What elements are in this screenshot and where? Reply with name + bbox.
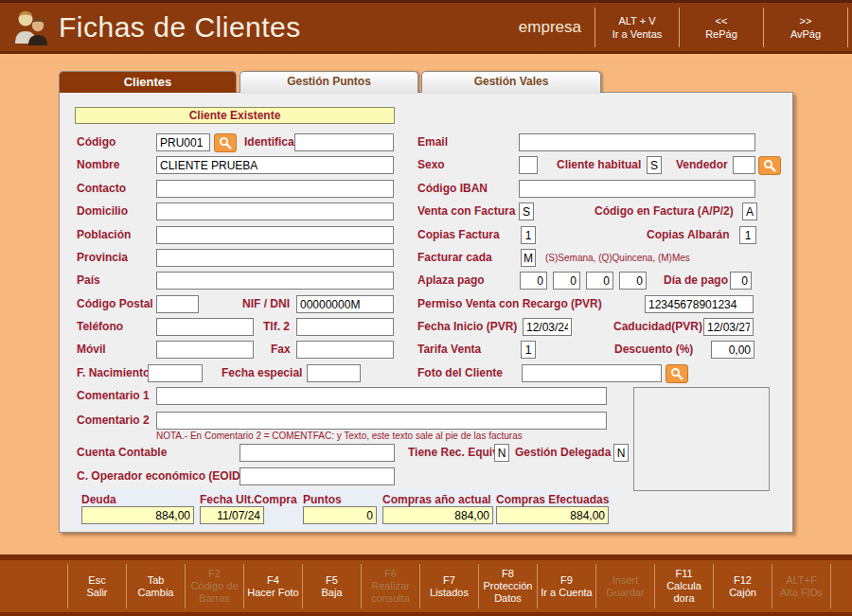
eoid-input[interactable] [240,467,395,485]
domicilio-label: Domicilio [77,202,128,220]
contacto-input[interactable] [156,180,394,198]
function-key-bar: Esc Salir Tab Cambia F2 Código de Barras… [0,554,852,616]
fn-f5-baja-button[interactable]: F5 Baja [302,564,361,608]
copias-factura-label: Copias Factura [417,226,500,244]
fn-esc-salir-button[interactable]: Esc Salir [67,564,126,608]
fn-insert-guardar-button[interactable]: Insert Guardar [595,564,654,608]
previous-page-button[interactable]: << RePág [680,14,763,41]
aplaza-pago-input-4[interactable] [619,272,647,290]
email-input[interactable] [519,133,755,151]
venta-con-factura-input[interactable] [519,202,534,220]
app-window: Fichas de Clientes empresa ALT + V Ir a … [0,0,852,616]
fn-label: Ir a Cuenta [538,587,595,599]
fn-label: Cajón [714,587,772,599]
codigo-input[interactable] [156,133,210,151]
facturar-cada-label: Facturar cada [417,249,492,267]
movil-input[interactable] [156,341,254,359]
header-divider [847,8,848,47]
fn-key: F2 [186,568,243,580]
pvr-input[interactable] [645,295,754,313]
clients-people-icon [11,8,51,47]
comentario2-label: Comentario 2 [77,412,150,430]
fax-input[interactable] [296,341,394,359]
codigo-en-factura-input[interactable] [742,202,757,220]
descuento-label: Descuento (%) [614,341,693,359]
app-header: Fichas de Clientes empresa ALT + V Ir a … [0,0,852,54]
fn-label: Calcula dora [655,580,713,605]
provincia-label: Provincia [77,249,128,267]
descuento-input[interactable] [711,341,754,359]
tab-gestion-puntos[interactable]: Gestión Puntos [240,71,418,93]
aplaza-pago-input-2[interactable] [553,272,580,290]
contacto-label: Contacto [77,180,126,198]
fecha-ult-compra-value [200,506,264,524]
pais-input[interactable] [156,272,394,290]
iban-input[interactable] [519,180,755,198]
codigo-postal-input[interactable] [156,295,199,313]
copias-albaran-input[interactable] [739,226,756,244]
fn-f4-hacer-foto-button[interactable]: F4 Hacer Foto [243,564,302,608]
nif-input[interactable] [296,295,394,313]
tiene-rec-equiv-input[interactable] [494,444,509,462]
next-page-button[interactable]: >> AvPág [764,14,847,41]
tlf2-input[interactable] [296,318,394,336]
aplaza-pago-input-3[interactable] [586,272,613,290]
cuenta-contable-input[interactable] [240,444,395,462]
dia-de-pago-input[interactable] [730,272,752,290]
aplaza-pago-input-1[interactable] [520,272,547,290]
fn-label: Código de Barras [186,580,243,605]
poblacion-input[interactable] [156,226,394,244]
poblacion-label: Población [77,226,131,244]
copias-factura-input[interactable] [521,226,536,244]
fn-f6-realizar-consulta-button[interactable]: F6 Realizar consulta [361,564,419,608]
cliente-habitual-input[interactable] [647,156,662,174]
comentario1-label: Comentario 1 [77,387,150,405]
cuenta-contable-label: Cuenta Contable [77,444,167,462]
nombre-input[interactable] [156,156,394,174]
fecha-especial-input[interactable] [307,364,361,382]
sexo-input[interactable] [519,156,538,174]
fn-f7-listados-button[interactable]: F7 Listados [419,564,478,608]
tarifa-venta-input[interactable] [521,341,536,359]
facturar-cada-input[interactable] [521,249,536,267]
comentario1-input[interactable] [156,387,607,405]
fn-f12-cajon-button[interactable]: F12 Cajón [713,564,772,608]
fn-bar-end-divider [830,564,831,608]
movil-label: Móvil [77,341,106,359]
fn-altf-alta-fids-button[interactable]: ALT+F Alta FIDs [772,564,830,608]
f-nacimiento-input[interactable] [148,364,203,382]
tarifa-venta-label: Tarifa Venta [417,341,481,359]
tab-gestion-vales[interactable]: Gestión Vales [421,71,601,93]
vendedor-input[interactable] [733,156,755,174]
tlf2-label: Tlf. 2 [263,318,290,336]
fn-label: Hacer Foto [244,587,302,599]
comentario2-input[interactable] [156,412,607,430]
existing-client-banner: Cliente Existente [75,107,395,124]
vendedor-search-button[interactable] [758,156,781,175]
caducidad-pvr-input[interactable] [703,318,754,336]
f-nacimiento-label: F. Nacimiento [77,364,150,382]
tab-clientes[interactable]: Clientes [59,71,237,93]
gestion-delegada-input[interactable] [613,444,629,462]
puntos-value [303,506,377,524]
codigo-search-button[interactable] [214,133,237,152]
fn-f9-ir-a-cuenta-button[interactable]: F9 Ir a Cuenta [537,564,595,608]
foto-search-button[interactable] [666,364,688,383]
fn-f8-proteccion-datos-button[interactable]: F8 Protección Datos [478,564,537,608]
telefono-input[interactable] [156,318,254,336]
compras-ano-actual-value [382,506,493,524]
cliente-habitual-label: Cliente habitual [557,156,641,174]
fecha-inicio-pvr-input[interactable] [523,318,572,336]
foto-input[interactable] [522,364,662,382]
fn-f2-codigo-de-barras-button[interactable]: F2 Código de Barras [185,564,243,608]
fn-f11-calculadora-button[interactable]: F11 Calcula dora [654,564,713,608]
go-to-sales-button[interactable]: ALT + V Ir a Ventas [595,14,679,41]
fecha-especial-label: Fecha especial [222,364,302,382]
identifica-input[interactable] [294,133,394,151]
fn-tab-cambia-button[interactable]: Tab Cambia [126,564,185,608]
provincia-input[interactable] [156,249,394,267]
domicilio-input[interactable] [156,202,394,220]
foto-label: Foto del Cliente [417,364,503,382]
codigo-label: Código [77,133,115,151]
telefono-label: Teléfono [77,318,123,336]
